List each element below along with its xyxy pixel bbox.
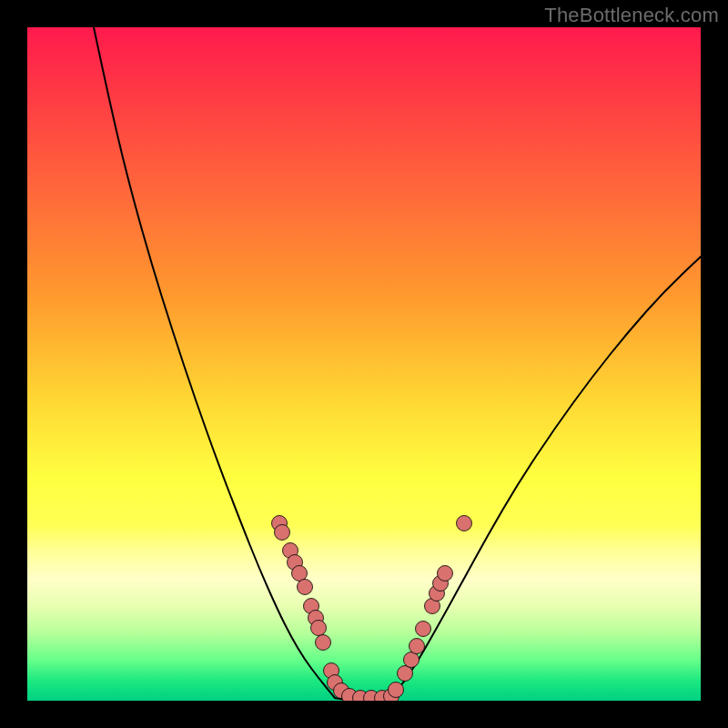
data-point [316,635,331,651]
data-point [398,666,413,682]
data-point [298,580,313,595]
bottleneck-curve [94,27,701,700]
chart-svg [27,27,701,701]
data-point [457,516,472,531]
data-point [410,639,425,654]
data-point [275,525,290,541]
data-point [389,682,404,698]
chart-frame [27,27,701,701]
data-point [438,566,453,581]
data-point [292,566,308,581]
watermark-text: TheBottleneck.com [544,4,719,27]
data-point [416,622,431,637]
data-point [311,621,327,636]
data-point [404,652,420,668]
